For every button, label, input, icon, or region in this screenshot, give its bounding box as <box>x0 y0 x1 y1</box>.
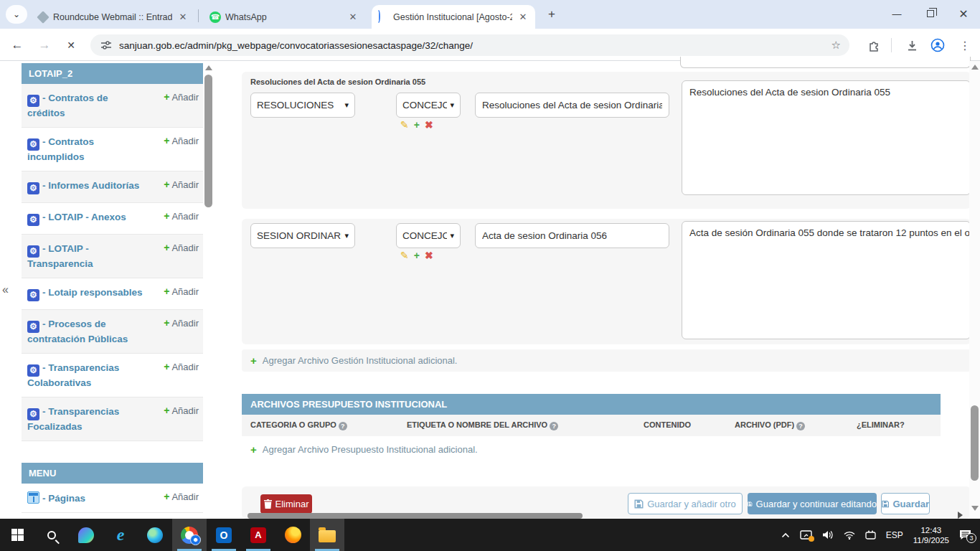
sidebar-item-lotaip-transparencia[interactable]: ⚙- LOTAIP - Transparencia +Añadir <box>22 235 203 278</box>
sidebar-item-procesos-contratacion[interactable]: ⚙- Procesos de contratación Públicas +Añ… <box>22 310 203 354</box>
previous-textarea-bottom[interactable] <box>680 57 971 68</box>
add-presupuesto-row[interactable]: +Agregar Archivo Presupuesto Institucion… <box>242 438 941 461</box>
sidebar-item-lotaip-anexos[interactable]: ⚙- LOTAIP - Anexos +Añadir <box>22 203 203 235</box>
back-button[interactable]: ← <box>7 35 27 55</box>
restore-button[interactable] <box>914 0 947 27</box>
add-link[interactable]: +Añadir <box>164 491 199 503</box>
group-select[interactable]: CONCEJO▾ <box>396 223 461 248</box>
tray-app-icon[interactable] <box>865 530 876 540</box>
minimize-button[interactable]: — <box>880 0 913 27</box>
forward-button[interactable]: → <box>34 35 55 55</box>
stop-loading-button[interactable]: ✕ <box>61 35 81 55</box>
add-link[interactable]: +Añadir <box>164 210 199 222</box>
tab-close-icon[interactable]: ✕ <box>347 11 359 24</box>
save-continue-button[interactable]: Guardar y continuar editando <box>748 493 877 514</box>
category-select[interactable]: RESOLUCIONES▾ <box>250 93 355 118</box>
tab-close-icon[interactable]: ✕ <box>176 11 189 24</box>
add-link[interactable]: +Añadir <box>164 405 199 417</box>
sidebar-item-paginas[interactable]: - Páginas +Añadir <box>22 484 203 513</box>
taskbar-acrobat-button[interactable]: A <box>241 519 275 551</box>
sidebar-item-lotaip-responsables[interactable]: ⚙- Lotaip responsables +Añadir <box>22 278 203 310</box>
tab-gestion-active[interactable]: Gestión Institucional [Agosto-2 ✕ <box>372 5 535 29</box>
taskbar-ie-button[interactable]: e <box>103 519 138 551</box>
sidebar-item-contratos-incumplidos[interactable]: ⚙- Contratos incumplidos +Añadir <box>22 128 203 171</box>
url-text[interactable]: sanjuan.gob.ec/admin/pkg_webpage/convoca… <box>119 40 831 51</box>
chrome-icon: ☻ <box>181 527 198 544</box>
sidebar-collapse-button[interactable]: « <box>2 283 9 296</box>
add-plus-icon[interactable]: + <box>414 250 420 261</box>
tray-speaker-icon[interactable] <box>822 530 834 540</box>
pages-icon <box>27 491 39 504</box>
gear-icon: ⚙ <box>27 321 39 333</box>
plus-icon: + <box>164 286 169 297</box>
vertical-scrollbar-thumb[interactable] <box>971 405 979 481</box>
new-tab-button[interactable]: + <box>542 7 561 23</box>
profile-icon[interactable] <box>928 36 947 55</box>
file-explorer-icon <box>319 530 336 542</box>
bookmark-star-icon[interactable]: ☆ <box>831 39 841 52</box>
taskbar-copilot-button[interactable] <box>69 519 103 551</box>
name-field[interactable] <box>482 100 662 110</box>
notification-center-button[interactable]: 3 <box>959 529 971 540</box>
delete-button[interactable]: Eliminar <box>260 494 312 514</box>
group-select[interactable]: CONCEJO▾ <box>396 93 461 118</box>
close-window-button[interactable]: ✕ <box>947 0 980 27</box>
site-settings-icon[interactable] <box>100 39 112 51</box>
save-add-button[interactable]: Guardar y añadir otro <box>628 493 743 514</box>
content-textarea[interactable]: Resoluciones del Acta de sesion Ordinari… <box>682 80 971 195</box>
add-link[interactable]: +Añadir <box>164 317 199 329</box>
sidebar-item-contratos-creditos[interactable]: ⚙- Contratos de créditos +Añadir <box>22 84 203 128</box>
taskbar-edge-button[interactable] <box>138 519 172 551</box>
address-bar[interactable]: sanjuan.gob.ec/admin/pkg_webpage/convoca… <box>90 34 849 56</box>
content-textarea[interactable]: Acta de sesión Ordinaria 055 donde se tr… <box>682 221 971 339</box>
scroll-up-icon[interactable] <box>971 65 979 70</box>
sidebar-scroll-up-icon[interactable] <box>205 65 212 70</box>
help-icon[interactable]: ? <box>796 422 805 430</box>
category-select[interactable]: SESION ORDINARIA▾ <box>250 223 355 248</box>
taskbar-outlook-button[interactable]: O <box>207 519 241 551</box>
tab-whatsapp[interactable]: ☎ WhatsApp ✕ <box>204 5 365 29</box>
tray-monitor-icon[interactable] <box>800 530 812 540</box>
language-indicator[interactable]: ESP <box>886 530 903 540</box>
add-link[interactable]: +Añadir <box>164 242 199 254</box>
scroll-right-icon[interactable] <box>958 512 963 519</box>
sidebar-item-transparencias-colaborativas[interactable]: ⚙- Transparencias Colaborativas +Añadir <box>22 354 203 397</box>
browser-tabstrip: ⌄ Roundcube Webmail :: Entrada ✕ ☎ Whats… <box>0 0 980 29</box>
remove-x-icon[interactable]: ✖ <box>425 250 433 261</box>
sidebar-item-informes-auditorias[interactable]: ⚙- Informes Auditorías +Añadir <box>22 171 203 203</box>
scroll-down-icon[interactable] <box>971 506 979 511</box>
remove-x-icon[interactable]: ✖ <box>425 119 433 131</box>
taskbar-chrome-button[interactable]: ☻ <box>172 519 207 551</box>
add-link[interactable]: +Añadir <box>164 179 199 191</box>
start-button[interactable] <box>0 519 34 551</box>
extensions-icon[interactable] <box>864 36 883 55</box>
horizontal-scrollbar-thumb[interactable] <box>248 513 583 519</box>
add-link[interactable]: +Añadir <box>164 135 199 147</box>
help-icon[interactable]: ? <box>550 422 558 430</box>
tray-chevron-up-icon[interactable] <box>781 532 790 538</box>
taskbar-firefox-button[interactable] <box>275 519 310 551</box>
add-link[interactable]: +Añadir <box>164 286 199 298</box>
tab-roundcube[interactable]: Roundcube Webmail :: Entrada ✕ <box>32 5 195 29</box>
name-field[interactable] <box>482 230 662 241</box>
trash-icon <box>264 499 272 509</box>
add-link[interactable]: +Añadir <box>164 361 199 373</box>
menu-kebab-icon[interactable]: ⋮ <box>956 36 974 55</box>
add-link[interactable]: +Añadir <box>164 91 199 103</box>
add-plus-icon[interactable]: + <box>414 119 420 131</box>
add-gestion-row[interactable]: +Agregar Archivo Gestión Institucional a… <box>242 349 971 372</box>
tray-wifi-icon[interactable] <box>844 531 855 540</box>
clock[interactable]: 12:43 11/9/2025 <box>913 525 949 545</box>
help-icon[interactable]: ? <box>339 422 347 430</box>
taskbar-search-button[interactable] <box>34 519 69 551</box>
download-icon[interactable] <box>903 36 921 55</box>
sidebar-scrollbar-thumb[interactable] <box>204 75 212 207</box>
sidebar-item-transparencias-focalizadas[interactable]: ⚙- Transparencias Focalizadas +Añadir <box>22 397 203 441</box>
name-field-wrap <box>475 223 669 248</box>
tab-close-icon[interactable]: ✕ <box>517 11 529 24</box>
save-button[interactable]: Guardar <box>881 493 930 514</box>
taskbar-explorer-button[interactable] <box>310 519 344 551</box>
edit-pencil-icon[interactable]: ✎ <box>400 119 409 131</box>
tab-search-button[interactable]: ⌄ <box>6 5 27 24</box>
edit-pencil-icon[interactable]: ✎ <box>400 250 409 261</box>
